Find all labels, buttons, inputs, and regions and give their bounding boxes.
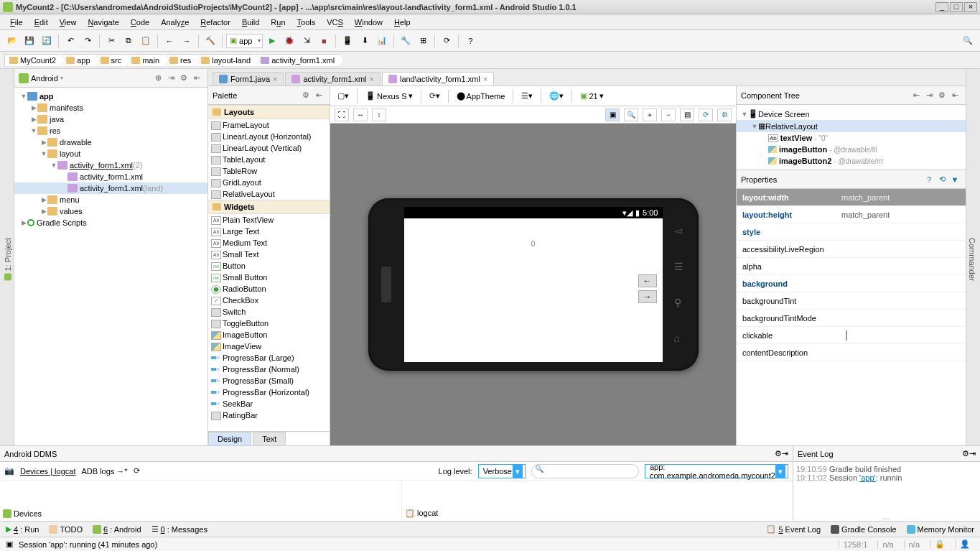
tree-activity-form1[interactable]: ▼activity_form1.xml (2) [14,159,207,171]
palette-largetext[interactable]: Large Text [208,226,330,237]
prop-contentdescription[interactable]: contentDescription [737,344,966,361]
prop-layout-width[interactable]: layout:widthmatch_parent [737,189,966,206]
forward-icon[interactable]: → [179,33,195,49]
ctree-relativelayout[interactable]: ▼▦ RelativeLayout [737,120,966,132]
zoom-out-icon[interactable]: － [661,108,676,121]
palette-seekbar[interactable]: SeekBar [208,398,330,409]
screen-imagebutton-left[interactable]: ← [638,274,657,287]
options-icon[interactable]: ⚙ [717,108,732,121]
tree-activity-form1-default[interactable]: activity_form1.xml [14,171,207,182]
palette-group-layouts[interactable]: Layouts [208,105,330,119]
palette-tablelayout[interactable]: TableLayout [208,154,330,165]
menu-refactor[interactable]: Refactor [195,16,236,29]
collapse-icon[interactable]: ⇥ [923,91,935,100]
menu-tools[interactable]: Tools [291,16,322,29]
palette-smallbutton[interactable]: Small Button [208,272,330,283]
crumb-file[interactable]: activity_form1.xml [256,54,344,67]
ctree-textview[interactable]: AbtextView- "0" [737,132,966,144]
settings-icon[interactable]: 🔧 [398,33,414,49]
btab-gradle-console[interactable]: Gradle Console [831,525,896,534]
gear-icon[interactable]: ⚙ [775,449,782,458]
tree-res[interactable]: ▼res [14,125,207,136]
menu-window[interactable]: Window [349,16,388,29]
view-normal-icon[interactable]: ▣ [605,108,620,121]
close-button[interactable]: × [964,2,977,12]
tree-gradle[interactable]: ▶Gradle Scripts [14,217,207,228]
screen-textview[interactable]: 0 [531,240,536,248]
session-link[interactable]: 'app' [859,473,876,482]
stop-icon[interactable]: ■ [316,33,332,49]
screenshot-icon[interactable]: ▤ [680,108,694,121]
hide-icon[interactable]: ⇤ [312,91,325,100]
restart-icon[interactable]: ⟳ [134,466,140,476]
close-icon[interactable]: × [273,75,277,83]
prop-layout-height[interactable]: layout:heightmatch_parent [737,206,966,223]
btab-run[interactable]: ▶ 4: Run [6,524,39,534]
crumb-layout-land[interactable]: layout-land [196,54,260,67]
help-icon[interactable]: ? [923,175,935,184]
prop-style[interactable]: style [737,223,966,241]
attach-icon[interactable]: ⇲ [299,33,314,49]
palette-gridlayout[interactable]: GridLayout [208,177,330,188]
palette-button[interactable]: Button [208,260,330,272]
paste-icon[interactable]: 📋 [138,33,154,49]
palette-progressbar-large[interactable]: ProgressBar (Large) [208,352,330,364]
zoom-actual-icon[interactable]: 🔍 [624,108,638,121]
ctree-imagebutton2[interactable]: imageButton2- @drawable/rrr [737,155,966,167]
menu-analyze[interactable]: Analyze [155,16,195,29]
project-view-combo[interactable]: Android ▾ [19,73,151,83]
crumb-project[interactable]: MyCount2 [4,54,65,67]
scroll-to-icon[interactable]: ⊕ [151,73,164,83]
palette-togglebutton[interactable]: ToggleButton [208,318,330,329]
loglevel-combo[interactable]: Verbose [478,464,526,478]
activity-combo[interactable]: ☰▾ [518,90,536,102]
tool-window-icon[interactable]: ▣ [6,540,13,549]
checkbox-icon[interactable] [846,330,847,341]
menu-edit[interactable]: Edit [29,16,54,29]
menu-help[interactable]: Help [388,16,416,29]
menu-code[interactable]: Code [125,16,155,29]
palette-imagebutton[interactable]: ImageButton [208,329,330,341]
avd-icon[interactable]: 📱 [340,33,355,49]
sdk-icon[interactable]: ⬇ [357,33,373,49]
tab-commander[interactable]: Commander [966,235,978,284]
tab-form1-java[interactable]: Form1.java× [213,72,284,85]
hide-icon[interactable]: ⇥ [969,449,976,458]
palette-plaintextview[interactable]: Plain TextView [208,214,330,226]
debug-icon[interactable]: 🐞 [281,33,297,49]
hide-icon[interactable]: ⇥ [782,449,788,458]
tree-values[interactable]: ▶values [14,205,207,217]
app-filter-combo[interactable]: app: com.example.andromeda.mycount2 [645,464,788,478]
help-icon[interactable]: ? [462,33,478,49]
gear-icon[interactable]: ⚙ [962,449,969,458]
design-tab[interactable]: Design [208,432,251,445]
btab-messages[interactable]: ☰ 0: Messages [151,524,207,534]
hector-icon[interactable]: 👤 [955,540,974,549]
prop-alpha[interactable]: alpha [737,258,966,275]
lock-icon[interactable]: 🔒 [930,540,949,549]
revert-icon[interactable]: ⟲ [935,175,948,184]
palette-linearlayout-v[interactable]: LinearLayout (Vertical) [208,142,330,154]
menu-file[interactable]: File [4,16,29,29]
tree-menu[interactable]: ▶menu [14,194,207,205]
prop-backgroundtintmode[interactable]: backgroundTintMode [737,310,966,327]
back-icon[interactable]: ← [162,33,177,49]
prop-accessibility[interactable]: accessibilityLiveRegion [737,241,966,258]
palette-ratingbar[interactable]: RatingBar [208,409,330,421]
cut-icon[interactable]: ✂ [103,33,119,49]
menu-run[interactable]: Run [265,16,291,29]
ddms-tabs[interactable]: Devices | logcat [20,467,75,476]
close-icon[interactable]: × [483,75,487,83]
text-tab[interactable]: Text [253,432,286,445]
btab-todo[interactable]: TODO [49,525,83,534]
api-combo[interactable]: ▣21▾ [577,90,606,102]
zoom-real-icon[interactable]: ↔ [353,108,368,121]
close-icon[interactable]: × [370,75,374,83]
screen-imagebutton-right[interactable]: → [638,290,657,303]
open-icon[interactable]: 📂 [4,33,20,49]
prop-backgroundtint[interactable]: backgroundTint [737,292,966,310]
theme-combo[interactable]: ⬤ AppTheme [454,90,508,102]
btab-memory-monitor[interactable]: Memory Monitor [907,525,974,534]
run-config-combo[interactable]: ▣ app [226,34,263,48]
search-icon[interactable]: 🔍 [960,33,976,49]
